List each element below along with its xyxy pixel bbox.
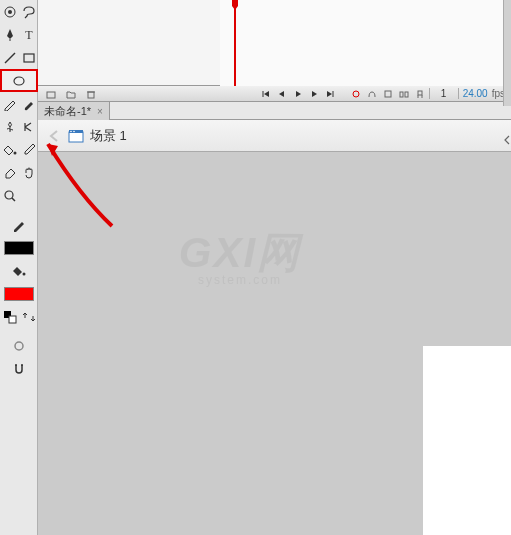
svg-rect-15 [47, 92, 55, 98]
svg-point-20 [353, 91, 359, 97]
canvas-stage[interactable] [423, 346, 511, 535]
svg-point-30 [73, 130, 75, 132]
new-folder-button[interactable] [64, 88, 78, 100]
option-tool-1[interactable] [0, 334, 38, 357]
stroke-color-tool[interactable] [0, 213, 38, 236]
svg-point-29 [70, 130, 72, 132]
stroke-color-swatch[interactable] [0, 236, 38, 259]
svg-rect-5 [24, 54, 34, 62]
empty-slot [19, 184, 38, 207]
fps-value[interactable]: 24.00 [461, 88, 490, 99]
step-back-button[interactable] [275, 88, 289, 100]
scene-icon [68, 129, 84, 143]
marker-button[interactable] [413, 88, 427, 100]
goto-first-button[interactable] [259, 88, 273, 100]
panel-edge [503, 0, 511, 106]
svg-rect-12 [9, 316, 16, 323]
close-icon[interactable]: × [97, 106, 103, 117]
tools-panel: T [0, 0, 38, 535]
hand-tool[interactable] [19, 161, 38, 184]
line-tool[interactable] [0, 46, 19, 69]
black-white-tool[interactable] [0, 305, 19, 328]
zoom-tool[interactable] [0, 184, 19, 207]
svg-point-8 [5, 191, 13, 199]
collapse-arrow-icon[interactable] [504, 135, 510, 145]
svg-rect-27 [69, 132, 83, 142]
rectangle-tool[interactable] [19, 46, 38, 69]
svg-rect-21 [385, 91, 391, 97]
svg-point-1 [8, 10, 12, 14]
lasso-tool[interactable] [19, 0, 38, 23]
edit-bar: 场景 1 [38, 120, 511, 152]
eyedropper-tool[interactable] [19, 138, 38, 161]
svg-line-9 [12, 198, 15, 201]
text-tool[interactable]: T [19, 23, 38, 46]
onion-skin-button[interactable] [365, 88, 379, 100]
timeline-controls: 1 24.00 fps [38, 86, 511, 102]
svg-rect-22 [400, 92, 403, 97]
loop-button[interactable] [349, 88, 363, 100]
document-tab[interactable]: 未命名-1* × [38, 102, 110, 120]
new-layer-button[interactable] [44, 88, 58, 100]
document-tab-bar: 未命名-1* × [38, 102, 511, 120]
paint-bucket-tool[interactable] [0, 138, 19, 161]
svg-rect-14 [232, 0, 238, 6]
timeline-panel [38, 0, 511, 86]
goto-last-button[interactable] [323, 88, 337, 100]
fill-color-swatch[interactable] [0, 282, 38, 305]
step-forward-button[interactable] [307, 88, 321, 100]
svg-text:T: T [25, 28, 33, 42]
timeline-track[interactable] [220, 0, 511, 86]
canvas-area[interactable] [38, 152, 511, 535]
3d-rotate-tool[interactable] [0, 0, 19, 23]
playhead-icon [230, 0, 240, 10]
svg-point-13 [15, 342, 23, 350]
onion-outline-button[interactable] [381, 88, 395, 100]
svg-rect-23 [405, 92, 408, 97]
pencil-tool[interactable] [0, 92, 19, 115]
svg-rect-16 [88, 92, 94, 98]
pen-tool[interactable] [0, 23, 19, 46]
svg-line-4 [5, 53, 15, 63]
svg-point-7 [13, 151, 16, 154]
fill-color-tool[interactable] [0, 259, 38, 282]
play-button[interactable] [291, 88, 305, 100]
bone-tool[interactable] [19, 115, 38, 138]
main-area: 1 24.00 fps 未命名-1* × 场景 1 [38, 0, 511, 535]
document-tab-label: 未命名-1* [44, 104, 91, 119]
svg-point-6 [14, 77, 24, 85]
swap-colors-tool[interactable] [19, 305, 38, 328]
svg-rect-24 [418, 91, 422, 95]
frame-number[interactable]: 1 [429, 88, 459, 99]
deco-tool[interactable] [0, 115, 19, 138]
eraser-tool[interactable] [0, 161, 19, 184]
edit-multiple-button[interactable] [397, 88, 411, 100]
brush-tool[interactable] [19, 92, 38, 115]
back-arrow-icon[interactable] [48, 129, 62, 143]
scene-label[interactable]: 场景 1 [90, 127, 127, 145]
svg-point-10 [23, 272, 26, 275]
oval-tool[interactable] [0, 69, 38, 92]
delete-button[interactable] [84, 88, 98, 100]
snap-tool[interactable] [0, 357, 38, 380]
